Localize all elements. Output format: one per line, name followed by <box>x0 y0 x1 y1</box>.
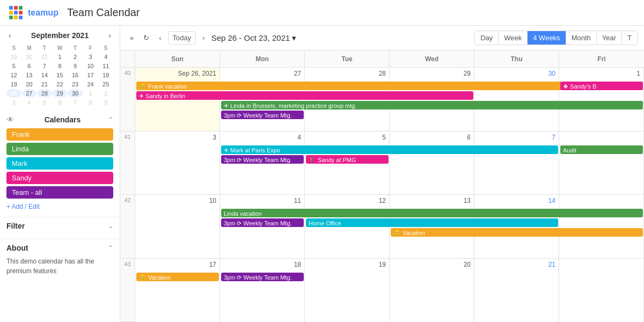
mini-cal-day[interactable]: 20 <box>22 80 37 89</box>
mini-cal-day[interactable]: 25 <box>98 80 113 89</box>
cal-day-cell[interactable] <box>559 131 644 195</box>
mini-cal-day[interactable]: 5 <box>6 62 21 70</box>
mini-cal-day[interactable]: 24 <box>83 80 98 89</box>
mini-cal-day[interactable]: 6 <box>22 62 37 70</box>
mini-cal-day[interactable]: 1 <box>83 89 98 98</box>
view-month-button[interactable]: Month <box>566 31 597 45</box>
cal-day-cell[interactable]: 30 <box>474 68 559 131</box>
mini-cal-day[interactable]: 2 <box>68 53 83 61</box>
mini-cal-day[interactable]: 10 <box>83 62 98 70</box>
mini-cal-day[interactable]: 31 <box>37 53 52 61</box>
cal-week-40: Sep 26, 2021272829301😊 Frank vacation✈ S… <box>135 68 644 131</box>
cal-day-cell[interactable]: 1 <box>559 68 644 131</box>
view-week-button[interactable]: Week <box>499 31 528 45</box>
cal-day-cell[interactable]: 20 <box>390 259 474 323</box>
mini-cal-day[interactable]: 6 <box>53 98 68 107</box>
mini-cal-day[interactable]: 9 <box>98 98 113 107</box>
today-button[interactable]: Today <box>168 31 196 45</box>
mini-cal-day[interactable]: 30 <box>68 89 83 98</box>
mini-cal-day[interactable]: 14 <box>37 71 52 79</box>
date-range-label[interactable]: Sep 26 - Oct 23, 2021 ▾ <box>211 33 297 43</box>
view-year-button[interactable]: Year <box>597 31 622 45</box>
calendar-event[interactable]: ✈ Linda in Brussels, marketing practice … <box>221 101 643 109</box>
cal-day-cell[interactable]: 7 <box>474 131 559 195</box>
filter-section-header[interactable]: Filter ⌄ <box>6 222 113 230</box>
calendar-item-sandy[interactable]: Sandy <box>6 172 113 184</box>
calendar-event[interactable]: Linda vacation <box>221 209 643 217</box>
calendar-event[interactable]: ✈ Sandy in Berlin <box>136 91 473 100</box>
mini-cal-next-button[interactable]: › <box>106 30 113 41</box>
mini-cal-day[interactable]: 8 <box>83 98 98 107</box>
calendar-event[interactable]: ✈ Mark at Paris Expo <box>221 145 558 154</box>
cal-day-cell[interactable]: 6 <box>390 131 474 195</box>
calendar-item-team---all[interactable]: Team - all <box>6 186 113 199</box>
view-day-button[interactable]: Day <box>475 31 499 45</box>
mini-cal-dow: M <box>22 44 37 52</box>
calendar-event[interactable]: 🏌 Sandy at PMG <box>306 155 389 164</box>
double-prev-button[interactable]: « <box>127 32 137 44</box>
mini-cal-day[interactable]: 5 <box>37 98 52 107</box>
mini-cal-day[interactable]: 1 <box>53 53 68 61</box>
mini-cal-day[interactable]: 4 <box>22 98 37 107</box>
mini-cal-day[interactable]: 22 <box>53 80 68 89</box>
mini-cal-day[interactable]: 29 <box>6 53 21 61</box>
mini-cal-day[interactable]: 8 <box>53 62 68 70</box>
calendar-event[interactable]: Audit <box>560 145 643 154</box>
filter-label: Filter <box>6 222 25 230</box>
refresh-button[interactable]: ↻ <box>140 32 152 44</box>
mini-cal-day[interactable]: 7 <box>68 98 83 107</box>
calendar-event[interactable]: ❖ Sandy's B <box>560 82 643 90</box>
cal-day-cell[interactable] <box>559 259 644 323</box>
view-t-button[interactable]: T <box>622 31 637 45</box>
add-edit-link[interactable]: + Add / Edit <box>6 201 113 213</box>
svg-rect-4 <box>14 11 18 14</box>
mini-cal-day[interactable]: 19 <box>6 80 21 89</box>
calendar-event[interactable]: 😊 Vacation <box>136 273 219 281</box>
calendar-item-linda[interactable]: Linda <box>6 143 113 155</box>
mini-cal-day[interactable]: 7 <box>37 62 52 70</box>
calendar-item-mark[interactable]: Mark <box>6 157 113 170</box>
mini-cal-day[interactable]: 12 <box>6 71 21 79</box>
about-section-header[interactable]: About ⌃ <box>6 244 113 252</box>
calendar-event[interactable]: 3pm ⟳ Weekly Team Mtg. <box>221 273 304 281</box>
mini-cal-day[interactable]: 23 <box>68 80 83 89</box>
calendars-section-header[interactable]: 👁 Calendars ⌃ <box>6 115 113 124</box>
mini-cal-day[interactable]: 11 <box>98 62 113 70</box>
svg-rect-1 <box>14 6 18 10</box>
mini-cal-day[interactable]: 4 <box>98 53 113 61</box>
mini-cal-day[interactable]: 28 <box>37 89 52 98</box>
mini-cal-day[interactable]: 17 <box>83 71 98 79</box>
mini-cal-prev-button[interactable]: ‹ <box>6 30 13 41</box>
mini-cal-day[interactable]: 3 <box>83 53 98 61</box>
day-number: 14 <box>475 196 558 206</box>
cal-day-cell[interactable] <box>559 195 644 258</box>
cal-day-cell[interactable]: 18 <box>220 259 305 323</box>
next-button[interactable]: › <box>199 32 208 44</box>
mini-cal-day[interactable]: 9 <box>68 62 83 70</box>
calendar-event[interactable]: 3pm ⟳ Weekly Team Mtg. <box>221 111 304 119</box>
cal-day-cell[interactable]: 21 <box>474 259 559 323</box>
calendar-item-frank[interactable]: Frank <box>6 128 113 141</box>
prev-button[interactable]: ‹ <box>156 32 164 44</box>
mini-cal-day[interactable]: 2 <box>98 89 113 98</box>
mini-cal-day[interactable]: 27 <box>22 89 37 98</box>
mini-cal-day[interactable]: 13 <box>22 71 37 79</box>
calendar-event[interactable]: Home Office <box>306 218 558 227</box>
mini-cal-day[interactable]: 26 <box>6 89 21 98</box>
calendar-event[interactable]: 😊 Vacation <box>391 228 643 237</box>
cal-day-cell[interactable]: 3 <box>135 131 220 195</box>
cal-day-cell[interactable]: 17 <box>135 259 220 323</box>
mini-cal-day[interactable]: 30 <box>22 53 37 61</box>
mini-cal-day[interactable]: 16 <box>68 71 83 79</box>
cal-day-cell[interactable]: 19 <box>305 259 390 323</box>
mini-cal-day[interactable]: 29 <box>53 89 68 98</box>
view-4weeks-button[interactable]: 4 Weeks <box>528 31 566 45</box>
calendar-event[interactable]: 3pm ⟳ Weekly Team Mtg. <box>221 155 304 164</box>
mini-cal-day[interactable]: 21 <box>37 80 52 89</box>
mini-cal-day[interactable]: 15 <box>53 71 68 79</box>
mini-cal-day[interactable]: 3 <box>6 98 21 107</box>
cal-day-cell[interactable]: 10 <box>135 195 220 258</box>
svg-rect-2 <box>19 6 23 10</box>
calendar-event[interactable]: 3pm ⟳ Weekly Team Mtg. <box>221 218 304 227</box>
mini-cal-day[interactable]: 18 <box>98 71 113 79</box>
